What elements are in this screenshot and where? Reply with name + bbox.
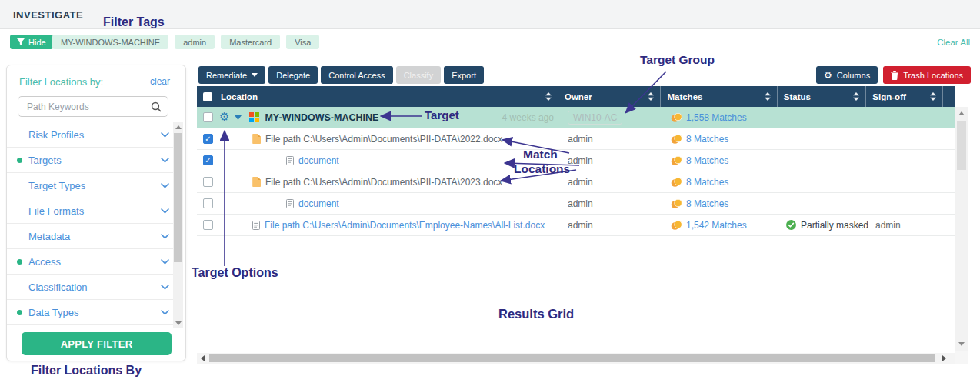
chevron-down-icon[interactable] xyxy=(161,183,169,188)
file-path-link[interactable]: File path C:\Users\Admin\Documents\Emplo… xyxy=(265,220,545,231)
table-row-document[interactable]: document admin 8 Matches xyxy=(197,150,955,171)
clear-all-link[interactable]: Clear All xyxy=(937,38,970,47)
row-checkbox[interactable] xyxy=(203,134,213,144)
annotation-target-options: Target Options xyxy=(192,266,278,280)
annotation-filter-tags: Filter Tags xyxy=(103,15,165,29)
filter-tag[interactable]: Mastercard xyxy=(221,35,280,49)
matches-link[interactable]: 8 Matches xyxy=(686,177,728,188)
matches-cell: 8 Matches xyxy=(663,155,780,166)
grid-vertical-scrollbar[interactable] xyxy=(955,107,968,351)
remediate-button[interactable]: Remediate xyxy=(198,66,265,84)
chevron-down-icon[interactable] xyxy=(161,234,169,239)
chevron-down-icon[interactable] xyxy=(161,158,169,163)
filter-tag[interactable]: admin xyxy=(175,35,215,49)
grid-horizontal-scrollbar[interactable] xyxy=(197,353,955,364)
matches-link[interactable]: 1,558 Matches xyxy=(686,112,747,123)
column-header-matches[interactable]: Matches xyxy=(661,86,777,107)
scrollbar-thumb[interactable] xyxy=(174,133,182,262)
matches-cell: 8 Matches xyxy=(663,177,780,188)
sidebar-item-access[interactable]: Access xyxy=(7,249,175,275)
annotation-match-line1: Match xyxy=(523,147,570,161)
chevron-down-icon[interactable] xyxy=(161,310,169,315)
scroll-up-icon[interactable] xyxy=(175,125,182,129)
matches-cell: 8 Matches xyxy=(663,134,780,145)
search-icon[interactable] xyxy=(151,101,162,112)
sidebar-item-file-formats[interactable]: File Formats xyxy=(7,198,175,224)
chevron-down-icon[interactable] xyxy=(161,285,169,290)
column-header-signoff[interactable]: Sign-off xyxy=(866,86,943,107)
matches-link[interactable]: 8 Matches xyxy=(686,134,728,145)
owner-cell: admin xyxy=(560,134,663,145)
search-input[interactable] xyxy=(25,98,148,115)
scroll-right-icon[interactable] xyxy=(942,355,946,361)
column-header-location[interactable]: Location xyxy=(197,86,558,107)
sort-arrows-icon[interactable] xyxy=(643,92,654,101)
scrollbar-thumb[interactable] xyxy=(209,354,935,362)
target-options-gear-icon[interactable]: ⚙ xyxy=(219,111,229,123)
matches-link[interactable]: 8 Matches xyxy=(686,198,728,209)
sidebar-item-metadata[interactable]: Metadata xyxy=(7,224,175,249)
path-keywords-search xyxy=(18,96,168,117)
apply-filter-button[interactable]: APPLY FILTER xyxy=(22,332,172,355)
row-checkbox[interactable] xyxy=(203,177,213,187)
sidebar-item-classification[interactable]: Classification xyxy=(7,275,175,300)
matches-link[interactable]: 1,542 Matches xyxy=(686,220,747,231)
target-name[interactable]: MY-WINDOWS-MACHINE xyxy=(265,112,378,123)
match-location-link[interactable]: document xyxy=(298,155,339,166)
trash-locations-button[interactable]: Trash Locations xyxy=(883,66,971,84)
owner-cell: admin xyxy=(560,198,663,209)
annotation-match-line2: Locations xyxy=(514,161,570,176)
row-checkbox[interactable] xyxy=(203,220,213,230)
scroll-down-icon[interactable] xyxy=(958,342,965,346)
location-cell: ⚙ MY-WINDOWS-MACHINE 4 weeks ago xyxy=(197,111,560,123)
filter-tag[interactable]: MY-WINDOWS-MACHINE xyxy=(52,35,168,49)
file-path-text[interactable]: File path C:\Users\Admin\Documents\PII-D… xyxy=(265,177,502,188)
filter-tags-row: MY-WINDOWS-MACHINE admin Mastercard Visa xyxy=(52,35,319,49)
document-icon xyxy=(286,156,294,165)
export-button[interactable]: Export xyxy=(444,66,484,84)
sort-arrows-icon[interactable] xyxy=(925,92,936,101)
column-header-owner[interactable]: Owner xyxy=(558,86,661,107)
sort-arrows-icon[interactable] xyxy=(760,92,771,101)
page-title: INVESTIGATE xyxy=(13,9,83,21)
scroll-down-icon[interactable] xyxy=(175,321,182,325)
chevron-down-icon[interactable] xyxy=(161,208,169,214)
match-location-link[interactable]: document xyxy=(298,198,339,209)
column-header-status[interactable]: Status xyxy=(778,86,867,107)
table-row-filepath[interactable]: File path C:\Users\Admin\Documents\PII-D… xyxy=(197,128,955,150)
table-row-document[interactable]: document admin 8 Matches xyxy=(197,193,955,215)
sidebar-item-target-types[interactable]: Target Types xyxy=(7,173,175,198)
chevron-down-icon[interactable] xyxy=(161,259,169,265)
table-row-target[interactable]: ⚙ MY-WINDOWS-MACHINE 4 weeks ago WIN10-A… xyxy=(197,107,955,128)
scrollbar-thumb[interactable] xyxy=(957,121,966,170)
row-checkbox[interactable] xyxy=(203,198,213,208)
hide-filters-button[interactable]: Hide xyxy=(10,35,53,49)
sidebar-scrollbar[interactable] xyxy=(173,122,183,328)
control-access-button[interactable]: Control Access xyxy=(321,66,392,84)
row-checkbox[interactable] xyxy=(203,112,213,122)
table-row-filepath[interactable]: File path C:\Users\Admin\Documents\PII-D… xyxy=(197,171,955,193)
scroll-up-icon[interactable] xyxy=(958,111,965,115)
sidebar-item-data-types[interactable]: Data Types xyxy=(7,300,175,325)
columns-button[interactable]: ⚙ Columns xyxy=(816,66,878,84)
file-path-text[interactable]: File path C:\Users\Admin\Documents\PII-D… xyxy=(265,134,502,145)
filter-tag[interactable]: Visa xyxy=(286,35,319,49)
sidebar-item-targets[interactable]: Targets xyxy=(7,148,175,173)
sort-arrows-icon[interactable] xyxy=(541,92,552,101)
sort-arrows-icon[interactable] xyxy=(848,92,859,101)
table-row-filepath[interactable]: File path C:\Users\Admin\Documents\Emplo… xyxy=(197,215,955,236)
chevron-down-icon[interactable] xyxy=(161,132,169,138)
row-checkbox[interactable] xyxy=(203,155,213,165)
delegate-button[interactable]: Delegate xyxy=(268,66,318,84)
column-label: Location xyxy=(221,92,258,101)
expand-chevron-icon[interactable] xyxy=(235,115,242,120)
matches-link[interactable]: 8 Matches xyxy=(686,155,728,166)
owner-cell: WIN10-AC xyxy=(560,111,663,125)
caret-down-icon xyxy=(252,73,258,77)
select-all-checkbox[interactable] xyxy=(203,92,212,101)
sidebar-clear-link[interactable]: clear xyxy=(150,76,170,87)
location-cell: File path C:\Users\Admin\Documents\Emplo… xyxy=(197,220,560,231)
column-label: Matches xyxy=(667,92,702,101)
sidebar-item-risk-profiles[interactable]: Risk Profiles xyxy=(7,122,175,148)
scroll-left-icon[interactable] xyxy=(201,355,205,361)
